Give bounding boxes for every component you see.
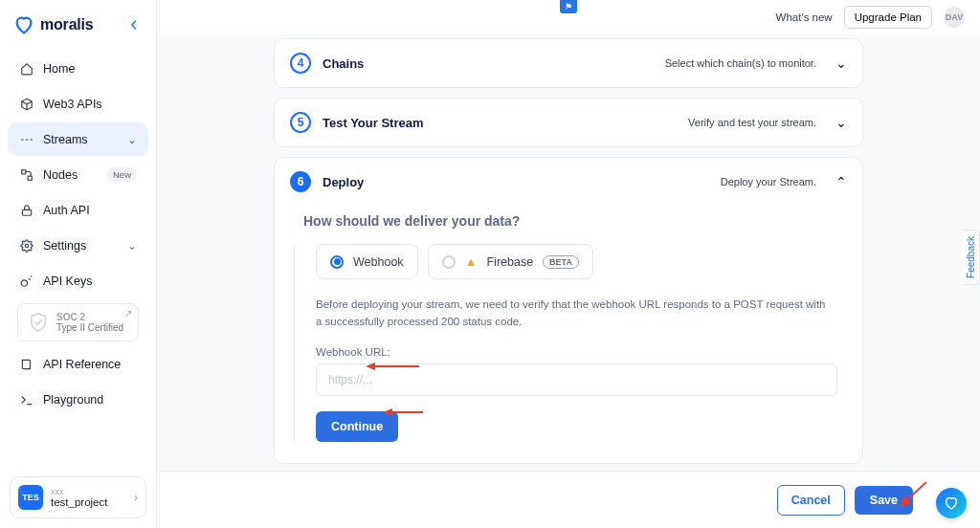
radio-selected-icon <box>330 255 344 269</box>
chat-widget-button[interactable] <box>936 488 967 518</box>
cancel-button[interactable]: Cancel <box>777 485 845 516</box>
sidebar-item-playground[interactable]: Playground <box>8 383 148 416</box>
step-chains-header[interactable]: 4 Chains Select which chain(s) to monito… <box>275 39 862 87</box>
sidebar-item-label: Streams <box>43 133 118 146</box>
delivery-webhook-option[interactable]: Webhook <box>316 244 418 279</box>
svg-rect-2 <box>22 209 31 215</box>
footer-actions: Cancel Save <box>157 471 980 528</box>
sidebar-item-label: Auth API <box>43 204 137 217</box>
delivery-method-group: Webhook ▲ Firebase BETA <box>316 244 837 279</box>
sidebar-item-web3-apis[interactable]: Web3 APIs <box>8 87 148 121</box>
chevron-left-icon <box>129 20 139 30</box>
svg-rect-0 <box>21 169 25 173</box>
sidebar-item-auth-api[interactable]: Auth API <box>8 193 148 227</box>
step-chains: 4 Chains Select which chain(s) to monito… <box>274 38 863 88</box>
logo-text: moralis <box>40 16 94 33</box>
lock-icon <box>19 203 33 217</box>
logo[interactable]: moralis <box>13 14 94 35</box>
project-switcher[interactable]: TES xxx test_project › <box>10 476 146 518</box>
sidebar-item-nodes[interactable]: Nodes New <box>8 158 148 191</box>
webhook-url-label: Webhook URL: <box>316 346 837 358</box>
sidebar-header: moralis <box>0 0 156 46</box>
step-number: 5 <box>290 112 311 133</box>
sidebar-item-label: Playground <box>43 393 137 407</box>
step-test: 5 Test Your Stream Verify and test your … <box>274 98 863 147</box>
key-icon <box>19 274 33 288</box>
step-title: Chains <box>323 56 654 71</box>
deliver-question: How should we deliver your data? <box>303 213 837 229</box>
user-avatar[interactable]: DAV <box>944 7 965 28</box>
sidebar-item-label: Nodes <box>43 168 98 182</box>
sidebar-nav: Home Web3 APIs Streams ⌄ Nodes New Auth … <box>0 46 156 467</box>
sidebar-item-api-reference[interactable]: API Reference <box>8 347 148 381</box>
nodes-icon <box>19 167 33 182</box>
chevron-down-icon: ⌄ <box>835 115 847 130</box>
chevron-down-icon: ⌄ <box>835 55 847 71</box>
beta-badge: BETA <box>543 255 579 269</box>
chevron-right-icon: › <box>134 491 138 504</box>
cube-icon <box>19 97 33 111</box>
step-number: 6 <box>290 171 311 192</box>
streams-icon <box>19 132 33 146</box>
sidebar-item-home[interactable]: Home <box>8 52 148 85</box>
chevron-down-icon: ⌄ <box>127 133 137 146</box>
sidebar-item-label: API Keys <box>43 275 137 288</box>
step-number: 4 <box>290 53 311 74</box>
firebase-label: Firebase <box>486 255 533 269</box>
save-button[interactable]: Save <box>855 486 913 515</box>
sidebar-item-label: Settings <box>43 239 118 253</box>
playground-icon <box>19 392 33 407</box>
flag-icon[interactable]: ⚑ <box>560 0 577 13</box>
external-link-icon: ↗ <box>124 308 132 319</box>
home-icon <box>19 61 33 76</box>
new-badge: New <box>107 167 137 182</box>
project-badge: TES <box>18 485 43 510</box>
sidebar-item-api-keys[interactable]: API Keys <box>8 264 148 297</box>
feedback-tab[interactable]: Feedback <box>963 230 980 285</box>
chat-heart-icon <box>944 495 959 511</box>
sidebar-item-label: API Reference <box>43 358 137 371</box>
webhook-url-input[interactable] <box>316 363 837 396</box>
sidebar-item-label: Home <box>43 62 137 76</box>
chevron-down-icon: ⌄ <box>127 239 137 253</box>
gear-icon <box>19 238 33 253</box>
upgrade-plan-button[interactable]: Upgrade Plan <box>844 6 932 29</box>
chevron-up-icon: ⌃ <box>835 174 847 189</box>
continue-button[interactable]: Continue <box>316 411 398 442</box>
step-hint: Select which chain(s) to monitor. <box>665 57 816 69</box>
webhook-help-text: Before deploying your stream, we need to… <box>316 297 833 331</box>
whats-new-link[interactable]: What's new <box>776 11 833 23</box>
step-deploy: 6 Deploy Deploy your Stream. ⌃ How shoul… <box>274 157 863 464</box>
main-content: 4 Chains Select which chain(s) to monito… <box>157 34 980 471</box>
sidebar-item-streams[interactable]: Streams ⌄ <box>8 122 148 156</box>
topbar: ⚑ What's new Upgrade Plan DAV <box>157 0 980 34</box>
soc2-card[interactable]: SOC 2 Type II Certified ↗ <box>17 303 139 341</box>
sidebar: moralis Home Web3 APIs Streams ⌄ Nodes N… <box>0 0 157 528</box>
step-title: Deploy <box>323 175 709 189</box>
delivery-firebase-option[interactable]: ▲ Firebase BETA <box>428 244 593 279</box>
step-deploy-header[interactable]: 6 Deploy Deploy your Stream. ⌃ <box>275 158 862 206</box>
radio-unselected-icon <box>442 255 456 269</box>
project-org: xxx <box>51 487 107 496</box>
step-hint: Verify and test your stream. <box>688 117 816 128</box>
svg-rect-1 <box>28 176 32 180</box>
book-icon <box>19 357 33 371</box>
svg-point-3 <box>25 244 29 248</box>
project-name: test_project <box>51 496 107 508</box>
soc2-line1: SOC 2 <box>56 312 123 322</box>
collapse-sidebar-button[interactable] <box>125 13 143 36</box>
soc2-line2: Type II Certified <box>56 322 123 333</box>
step-deploy-body: How should we deliver your data? Webhook… <box>275 206 862 463</box>
webhook-label: Webhook <box>353 255 404 269</box>
logo-icon <box>13 14 34 35</box>
sidebar-item-settings[interactable]: Settings ⌄ <box>8 229 148 262</box>
step-test-header[interactable]: 5 Test Your Stream Verify and test your … <box>275 99 862 146</box>
shield-check-icon <box>28 312 49 333</box>
sidebar-item-label: Web3 APIs <box>43 98 137 111</box>
step-hint: Deploy your Stream. <box>721 176 816 187</box>
step-title: Test Your Stream <box>323 116 677 130</box>
firebase-icon: ▲ <box>465 254 478 269</box>
